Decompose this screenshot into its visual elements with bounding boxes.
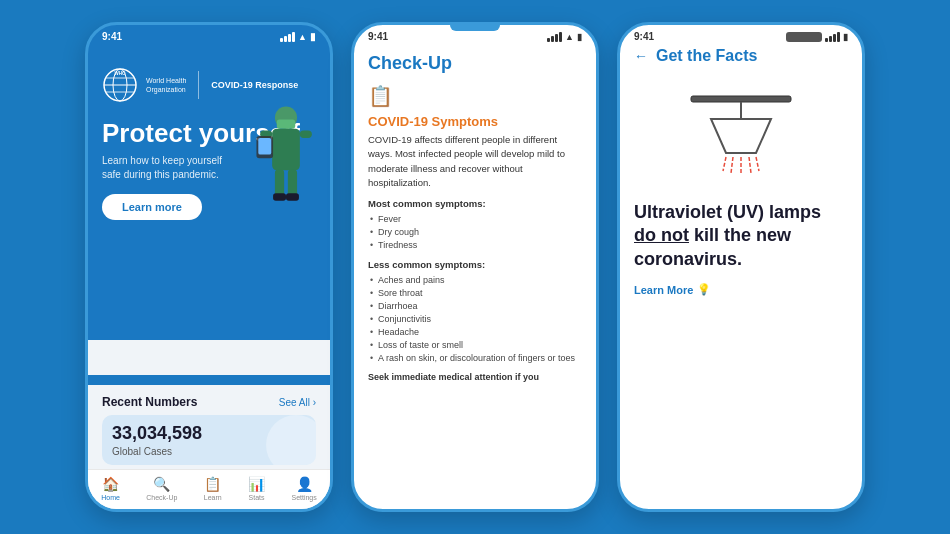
battery-icon: ▮ (310, 31, 316, 42)
status-bar-1: 9:41 ▲ ▮ (88, 25, 330, 44)
svg-rect-12 (258, 138, 271, 155)
nav-stats-label: Stats (249, 494, 265, 501)
who-org-text: World Health Organization (146, 76, 186, 94)
facts-title: Get the Facts (656, 47, 757, 65)
learn-icon: 📋 (204, 476, 221, 492)
symptom-tiredness: Tiredness (368, 238, 582, 251)
svg-rect-10 (300, 131, 312, 138)
status-bar-2: 9:41 ▲ ▮ (354, 25, 596, 44)
notch-pill-3 (786, 32, 822, 42)
symptom-rash: A rash on skin, or discolouration of fin… (368, 351, 582, 364)
covid-response-label: COVID-19 Response (211, 80, 298, 90)
symptom-conjunctivitis: Conjunctivitis (368, 312, 582, 325)
symptoms-section-title: COVID-19 Symptoms (368, 114, 582, 129)
checkup-title: Check-Up (368, 53, 582, 74)
time-1: 9:41 (102, 31, 122, 42)
doctor-illustration (246, 101, 326, 221)
learn-more-text: Learn More (634, 284, 693, 296)
header-divider (198, 71, 199, 99)
hero-subtitle: Learn how to keep yourself safe during t… (102, 154, 232, 182)
symptom-headache: Headache (368, 325, 582, 338)
symptoms-description: COVID-19 affects different people in dif… (368, 133, 582, 190)
status-icons-1: ▲ ▮ (280, 31, 316, 42)
symptom-diarrhoea: Diarrhoea (368, 299, 582, 312)
less-common-symptoms-header: Less common symptoms: (368, 259, 582, 270)
nav-learn[interactable]: 📋 Learn (204, 476, 222, 501)
nav-settings-label: Settings (291, 494, 316, 501)
cases-card: 33,034,598 Global Cases (102, 415, 316, 465)
symptom-taste: Loss of taste or smell (368, 338, 582, 351)
svg-rect-7 (277, 119, 295, 128)
recent-header: Recent Numbers See All › (102, 395, 316, 409)
status-bar-3: 9:41 ▮ (620, 25, 862, 44)
signal-icon (280, 32, 295, 42)
status-icons-3: ▮ (786, 32, 848, 42)
nav-settings[interactable]: 👤 Settings (291, 476, 316, 501)
hero-section: Protect yourself Learn how to keep yours… (88, 111, 330, 375)
recent-numbers-section: Recent Numbers See All › 33,034,598 Glob… (88, 385, 330, 469)
learn-more-link[interactable]: Learn More 💡 (634, 283, 711, 296)
home-icon: 🏠 (102, 476, 119, 492)
svg-line-25 (756, 157, 759, 171)
svg-rect-15 (273, 193, 286, 200)
symptom-sore-throat: Sore throat (368, 286, 582, 299)
battery-icon-2: ▮ (577, 32, 582, 42)
symptom-aches: Aches and pains (368, 273, 582, 286)
facts-content: Ultraviolet (UV) lamps do not kill the n… (620, 71, 862, 509)
time-2: 9:41 (368, 31, 388, 42)
phone-3: 9:41 ▮ ← Get the Facts (617, 22, 865, 512)
svg-line-21 (723, 157, 726, 171)
phone-2: 9:41 ▲ ▮ Check-Up 📋 COVID-19 Symptoms CO… (351, 22, 599, 512)
fact-text-part1: Ultraviolet (UV) lamps (634, 202, 821, 222)
checkup-icon: 🔍 (153, 476, 170, 492)
symptom-fever: Fever (368, 212, 582, 225)
signal-icon-3 (825, 32, 840, 42)
nav-learn-label: Learn (204, 494, 222, 501)
fact-main-text: Ultraviolet (UV) lamps do not kill the n… (634, 201, 848, 271)
common-symptoms-header: Most common symptoms: (368, 198, 582, 209)
svg-marker-19 (711, 119, 771, 153)
common-symptoms-list: Fever Dry cough Tiredness (368, 212, 582, 251)
wifi-icon-2: ▲ (565, 32, 574, 42)
uv-lamp-illustration (661, 81, 821, 191)
bottom-nav: 🏠 Home 🔍 Check-Up 📋 Learn 📊 Stats 👤 Sett… (88, 469, 330, 509)
svg-rect-13 (275, 169, 284, 197)
svg-rect-17 (691, 96, 791, 102)
nav-home[interactable]: 🏠 Home (101, 476, 120, 501)
recent-numbers-title: Recent Numbers (102, 395, 197, 409)
stats-icon: 📊 (248, 476, 265, 492)
who-logo: WHO (102, 67, 138, 103)
svg-line-24 (749, 157, 751, 173)
svg-rect-8 (272, 129, 300, 171)
less-common-symptoms-list: Aches and pains Sore throat Diarrhoea Co… (368, 273, 582, 364)
signal-icon-2 (547, 32, 562, 42)
lightbulb-icon: 💡 (697, 283, 711, 296)
svg-rect-14 (288, 169, 297, 197)
checkup-content: Check-Up 📋 COVID-19 Symptoms COVID-19 af… (354, 31, 596, 509)
time-3: 9:41 (634, 31, 654, 42)
phone-1: 9:41 ▲ ▮ WHO World Health Organization C… (85, 22, 333, 512)
back-arrow-icon[interactable]: ← (634, 48, 648, 64)
wifi-icon: ▲ (298, 32, 307, 42)
nav-home-label: Home (101, 494, 120, 501)
fact-text-do-not: do not (634, 225, 689, 245)
svg-rect-16 (286, 193, 299, 200)
learn-more-button[interactable]: Learn more (102, 194, 202, 220)
svg-text:WHO: WHO (115, 71, 126, 76)
status-icons-2: ▲ ▮ (547, 32, 582, 42)
settings-icon: 👤 (296, 476, 313, 492)
see-all-link[interactable]: See All › (279, 397, 316, 408)
battery-icon-3: ▮ (843, 32, 848, 42)
seek-attention-text: Seek immediate medical attention if you (368, 372, 582, 382)
svg-line-22 (731, 157, 733, 173)
nav-stats[interactable]: 📊 Stats (248, 476, 265, 501)
nav-checkup-label: Check-Up (146, 494, 177, 501)
symptom-cough: Dry cough (368, 225, 582, 238)
symptom-icon: 📋 (368, 84, 582, 108)
nav-checkup[interactable]: 🔍 Check-Up (146, 476, 177, 501)
